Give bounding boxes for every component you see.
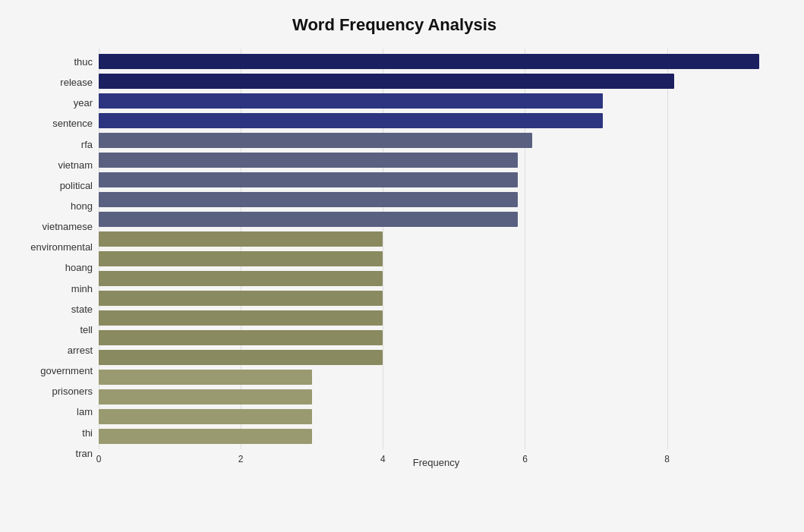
chart-area: thucreleaseyearsentencerfavietnampolitic… xyxy=(15,49,774,467)
y-label: arrest xyxy=(15,341,93,360)
bar xyxy=(99,370,312,385)
bar xyxy=(99,172,518,187)
bar-row xyxy=(99,348,774,367)
y-label: thi xyxy=(15,423,93,442)
bar-row xyxy=(99,150,774,170)
bar-row xyxy=(99,209,774,229)
bars-area xyxy=(99,49,774,449)
bar-row xyxy=(99,407,774,427)
y-label: rfa xyxy=(15,134,93,154)
chart-title: Word Frequency Analysis xyxy=(15,15,774,35)
bar xyxy=(99,310,383,326)
y-label: prisoners xyxy=(15,382,93,401)
y-label: government xyxy=(15,361,93,381)
y-label: hong xyxy=(15,197,93,216)
bar xyxy=(99,212,518,227)
x-axis-label: Frequency xyxy=(99,457,774,468)
y-label: state xyxy=(15,299,93,319)
bar-row xyxy=(99,52,774,71)
bar xyxy=(99,350,383,365)
bar-row xyxy=(99,71,774,91)
bar xyxy=(99,409,312,424)
y-label: release xyxy=(15,73,93,93)
y-axis: thucreleaseyearsentencerfavietnampolitic… xyxy=(15,49,99,467)
y-label: minh xyxy=(15,279,93,298)
bar-row xyxy=(99,170,774,190)
bar-row xyxy=(99,91,774,111)
bar xyxy=(99,74,674,89)
y-label: tell xyxy=(15,320,93,339)
y-label: political xyxy=(15,175,93,195)
bar-row xyxy=(99,111,774,131)
x-axis: 02468 xyxy=(99,449,774,454)
chart-body: 02468 Frequency xyxy=(99,49,774,467)
y-label: lam xyxy=(15,402,93,422)
bar-row xyxy=(99,427,774,446)
bar-row xyxy=(99,367,774,387)
bar xyxy=(99,271,383,286)
x-tick: 4 xyxy=(380,454,386,464)
bar xyxy=(99,251,383,266)
bar-row xyxy=(99,328,774,348)
chart-container: Word Frequency Analysis thucreleaseyears… xyxy=(0,0,804,532)
bar xyxy=(99,113,603,128)
bar-row xyxy=(99,288,774,308)
y-label: hoang xyxy=(15,258,93,278)
bar-row xyxy=(99,249,774,269)
bar xyxy=(99,153,518,168)
bar xyxy=(99,93,603,109)
bar xyxy=(99,54,759,69)
bar xyxy=(99,291,383,306)
bar xyxy=(99,429,312,444)
bar-row xyxy=(99,387,774,407)
y-label: year xyxy=(15,93,93,113)
x-tick: 2 xyxy=(238,454,244,464)
bar xyxy=(99,192,518,207)
bar xyxy=(99,133,532,148)
bar xyxy=(99,389,312,405)
bar-row xyxy=(99,190,774,209)
y-label: sentence xyxy=(15,114,93,134)
y-label: vietnam xyxy=(15,155,93,175)
y-label: thuc xyxy=(15,52,93,72)
x-tick: 6 xyxy=(522,454,528,464)
bar xyxy=(99,231,383,247)
bar xyxy=(99,330,383,345)
bar-row xyxy=(99,229,774,249)
y-label: tran xyxy=(15,443,93,463)
bar-row xyxy=(99,131,774,150)
bar-row xyxy=(99,269,774,288)
y-label: environmental xyxy=(15,238,93,257)
x-tick: 0 xyxy=(96,454,102,464)
x-tick: 8 xyxy=(664,454,670,464)
y-label: vietnamese xyxy=(15,217,93,237)
bar-row xyxy=(99,308,774,328)
